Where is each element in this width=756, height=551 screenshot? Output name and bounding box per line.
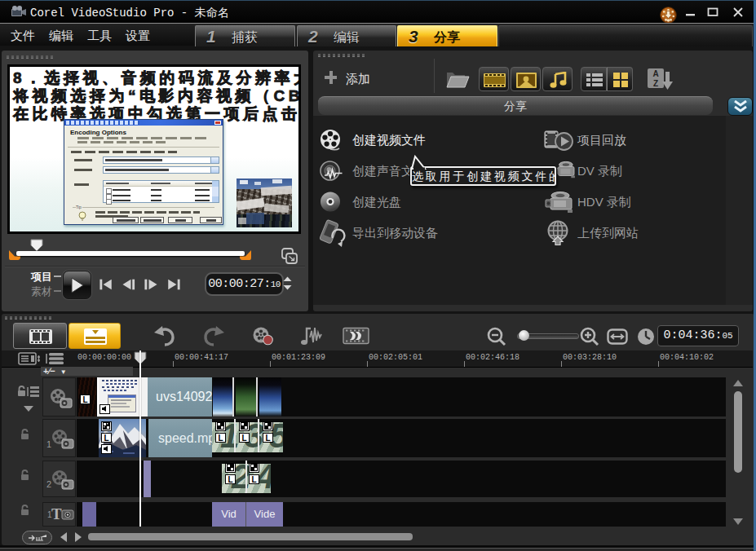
svg-text:A: A bbox=[652, 69, 658, 78]
svg-text:Z: Z bbox=[653, 79, 658, 88]
